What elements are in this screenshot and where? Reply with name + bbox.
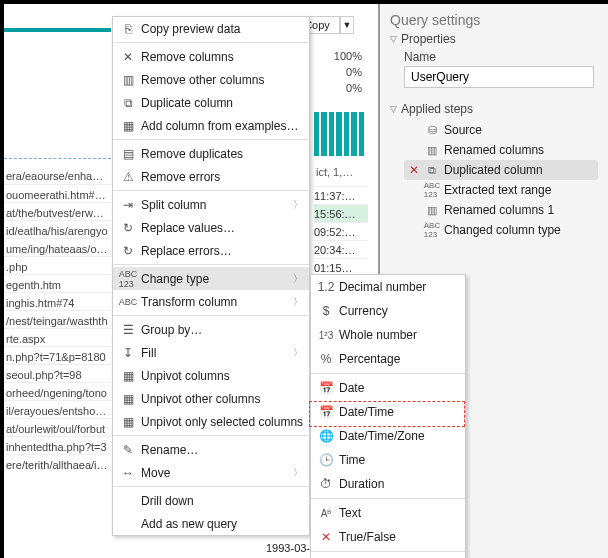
source-icon: ⛁ xyxy=(424,123,440,137)
column-context-menu: ⎘Copy preview data ✕Remove columns ▥Remo… xyxy=(112,16,310,536)
url-cell[interactable]: /nest/teingar/wasthth xyxy=(4,310,111,328)
timestamp-cell[interactable]: 11:37:… xyxy=(314,186,368,204)
type-decimal[interactable]: 1.2Decimal number xyxy=(311,275,465,299)
type-percentage[interactable]: %Percentage xyxy=(311,347,465,371)
url-cell[interactable]: rte.aspx xyxy=(4,328,111,346)
distribution-bars xyxy=(314,110,364,156)
applied-steps-list: ⛁Source ▥Renamed columns ✕⧉Duplicated co… xyxy=(404,120,598,240)
menu-unpivot-selected[interactable]: ▦Unpivot only selected columns xyxy=(113,410,309,433)
chevron-down-icon: ▽ xyxy=(390,104,397,114)
menu-remove-columns[interactable]: ✕Remove columns xyxy=(113,45,309,68)
type-icon: ABC123 xyxy=(119,271,137,287)
menu-group-by[interactable]: ☰Group by… xyxy=(113,318,309,341)
menu-separator xyxy=(113,264,309,265)
menu-drill-down[interactable]: Drill down xyxy=(113,489,309,512)
type-binary[interactable]: 010101Binary xyxy=(311,554,465,558)
whole-icon: 1²3 xyxy=(317,327,335,343)
menu-fill[interactable]: ↧Fill〉 xyxy=(113,341,309,364)
properties-header[interactable]: ▽Properties xyxy=(390,32,598,46)
chevron-right-icon: 〉 xyxy=(289,295,303,309)
change-type-submenu: 1.2Decimal number $Currency 1²3Whole num… xyxy=(310,274,466,558)
chevron-right-icon: 〉 xyxy=(289,466,303,480)
type-text[interactable]: AᴮText xyxy=(311,501,465,525)
date-icon: 📅 xyxy=(317,380,335,396)
url-cell[interactable]: .php xyxy=(4,256,111,274)
type-datetimezone[interactable]: 🌐Date/Time/Zone xyxy=(311,424,465,448)
extract-step-icon: ABC123 xyxy=(424,183,440,197)
menu-add-column-examples[interactable]: ▦Add column from examples… xyxy=(113,114,309,137)
chevron-right-icon: 〉 xyxy=(289,198,303,212)
distinct-label: ict, 1,… xyxy=(316,166,366,178)
replace-errors-icon: ↻ xyxy=(119,243,137,259)
type-datetime[interactable]: 📅Date/Time xyxy=(311,400,465,424)
menu-separator xyxy=(113,486,309,487)
chevron-right-icon: 〉 xyxy=(289,272,303,286)
menu-separator xyxy=(113,190,309,191)
url-cell[interactable]: n.php?t=71&p=8180 xyxy=(4,346,111,364)
url-cell[interactable]: ume/ing/hateaas/ome xyxy=(4,238,111,256)
blank-icon xyxy=(119,493,137,509)
datetime-icon: 📅 xyxy=(317,404,335,420)
fill-icon: ↧ xyxy=(119,345,137,361)
timestamp-cell[interactable]: 15:56:… xyxy=(314,204,368,222)
type-whole[interactable]: 1²3Whole number xyxy=(311,323,465,347)
menu-replace-values[interactable]: ↻Replace values… xyxy=(113,216,309,239)
step-extracted[interactable]: ABC123Extracted text range xyxy=(404,180,598,200)
url-cell[interactable]: at/the/butvest/erwayo xyxy=(4,202,111,220)
url-cell[interactable]: orheed/ngening/tono xyxy=(4,382,111,400)
submenu-separator xyxy=(311,498,465,499)
url-cell[interactable]: era/eaourse/enhades, xyxy=(4,166,111,184)
url-cell[interactable]: seoul.php?t=98 xyxy=(4,364,111,382)
menu-duplicate-column[interactable]: ⧉Duplicate column xyxy=(113,91,309,114)
timestamp-cell[interactable]: 09:52:… xyxy=(314,222,368,240)
menu-separator xyxy=(113,42,309,43)
url-cell[interactable]: id/eatlha/his/arengyo xyxy=(4,220,111,238)
step-duplicated[interactable]: ✕⧉Duplicated column xyxy=(404,160,598,180)
decimal-icon: 1.2 xyxy=(317,279,335,295)
percent-label: 0% xyxy=(318,66,362,78)
rename-step-icon: ▥ xyxy=(424,203,440,217)
type-step-icon: ABC123 xyxy=(424,223,440,237)
menu-split-column[interactable]: ⇥Split column〉 xyxy=(113,193,309,216)
url-cell[interactable]: inhentedtha.php?t=3 xyxy=(4,436,111,454)
duration-icon: ⏱ xyxy=(317,476,335,492)
timestamp-cell[interactable]: 20:34:… xyxy=(314,240,368,258)
menu-remove-errors[interactable]: ⚠Remove errors xyxy=(113,165,309,188)
url-column: era/eaourse/enhades, ouomeerathi.htm#037… xyxy=(4,4,112,558)
menu-add-new-query[interactable]: Add as new query xyxy=(113,512,309,535)
url-cell[interactable]: il/erayoues/entshoes, xyxy=(4,400,111,418)
type-currency[interactable]: $Currency xyxy=(311,299,465,323)
applied-steps-header[interactable]: ▽Applied steps xyxy=(390,102,598,116)
menu-unpivot-other[interactable]: ▦Unpivot other columns xyxy=(113,387,309,410)
type-duration[interactable]: ⏱Duration xyxy=(311,472,465,496)
menu-remove-other-columns[interactable]: ▥Remove other columns xyxy=(113,68,309,91)
url-cell[interactable]: at/ourlewit/oul/forbut xyxy=(4,418,111,436)
step-renamed[interactable]: ▥Renamed columns xyxy=(404,140,598,160)
menu-separator xyxy=(113,139,309,140)
transform-icon: ABC xyxy=(119,294,137,310)
menu-move[interactable]: ↔Move〉 xyxy=(113,461,309,484)
step-source[interactable]: ⛁Source xyxy=(404,120,598,140)
step-changed-type[interactable]: ABC123Changed column type xyxy=(404,220,598,240)
url-cell[interactable]: ouomeerathi.htm#037 xyxy=(4,184,111,202)
name-label: Name xyxy=(404,50,598,64)
step-renamed1[interactable]: ▥Renamed columns 1 xyxy=(404,200,598,220)
copy-icon: ⎘ xyxy=(119,21,137,37)
menu-replace-errors[interactable]: ↻Replace errors… xyxy=(113,239,309,262)
type-truefalse[interactable]: ✕True/False xyxy=(311,525,465,549)
url-cell[interactable]: inghis.htm#74 xyxy=(4,292,111,310)
type-date[interactable]: 📅Date xyxy=(311,376,465,400)
query-name-input[interactable] xyxy=(404,66,594,88)
url-cell[interactable]: egenth.htm xyxy=(4,274,111,292)
copy-dropdown[interactable]: ▼ xyxy=(340,16,354,34)
menu-remove-duplicates[interactable]: ▤Remove duplicates xyxy=(113,142,309,165)
menu-copy-preview[interactable]: ⎘Copy preview data xyxy=(113,17,309,40)
menu-transform-column[interactable]: ABCTransform column〉 xyxy=(113,290,309,313)
percent-label: 100% xyxy=(318,50,362,62)
delete-step-icon[interactable]: ✕ xyxy=(408,163,420,177)
menu-rename[interactable]: ✎Rename… xyxy=(113,438,309,461)
type-time[interactable]: 🕒Time xyxy=(311,448,465,472)
menu-change-type[interactable]: ABC123Change type〉 xyxy=(113,267,309,290)
menu-unpivot[interactable]: ▦Unpivot columns xyxy=(113,364,309,387)
url-cell[interactable]: ere/terith/allthaea/ionyouarewa. xyxy=(4,454,111,472)
